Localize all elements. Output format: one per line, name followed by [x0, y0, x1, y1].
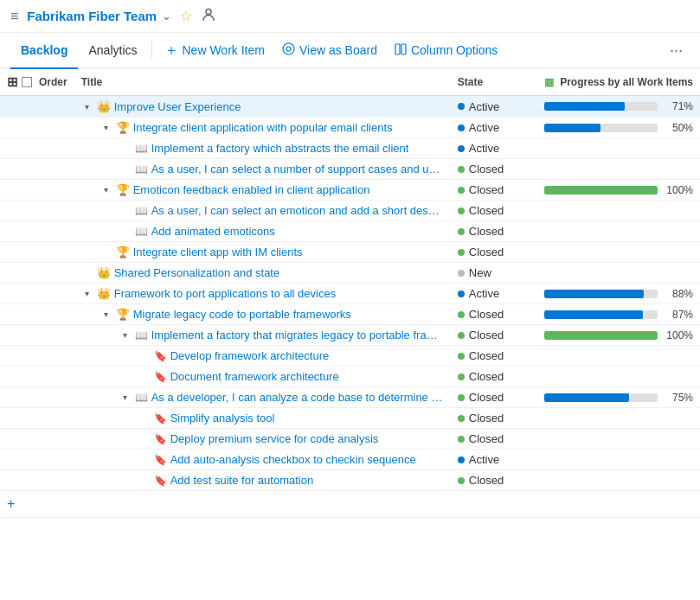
view-as-board-button[interactable]: View as Board [273, 32, 386, 68]
item-title[interactable]: Add test suite for automation [170, 474, 313, 487]
state-label: Closed [469, 163, 504, 176]
item-title[interactable]: Document framework architecture [170, 370, 339, 383]
title-cell: 🔖Deploy premium service for code analysi… [74, 429, 451, 450]
state-label: Closed [469, 370, 504, 383]
top-bar: ≡ Fabrikam Fiber Team ⌄ ☆ [0, 0, 700, 33]
item-title[interactable]: Integrate client application with popula… [133, 121, 393, 134]
chevron-expanded-icon[interactable]: ▾ [119, 330, 132, 340]
item-title[interactable]: Add animated emoticons [151, 225, 275, 238]
nav-backlog[interactable]: Backlog [10, 33, 78, 69]
progress-cell [537, 201, 700, 221]
state-label: Active [469, 453, 499, 466]
state-cell: Closed [451, 325, 537, 346]
state-dot [458, 394, 465, 401]
progress-cell [537, 242, 700, 263]
table-header-row: ⊞ Order Title State ▦ Progress by all Wo… [0, 69, 700, 96]
state-label: Closed [469, 474, 504, 487]
progress-bar-wrap: 100% [544, 329, 693, 341]
state-cell: New [451, 263, 537, 284]
item-title[interactable]: Develop framework architecture [170, 349, 330, 362]
add-icon: + [7, 496, 15, 511]
item-title[interactable]: Implement a factory that migrates legacy… [151, 329, 444, 341]
state-dot [458, 436, 465, 443]
state-cell: Closed [451, 159, 537, 180]
table-row: 🔖Develop framework architectureClosed [0, 346, 700, 367]
item-title[interactable]: Improve User Experience [114, 100, 241, 113]
state-dot [458, 353, 465, 360]
story-icon: 📖 [135, 226, 148, 238]
state-dot [458, 145, 465, 152]
hamburger-icon[interactable]: ≡ [10, 9, 18, 24]
item-title[interactable]: As a developer, I can analyze a code bas… [151, 391, 444, 404]
item-title[interactable]: Integrate client app with IM clients [133, 246, 303, 259]
chevron-expanded-icon[interactable]: ▾ [100, 310, 112, 319]
chevron-down-icon[interactable]: ⌄ [162, 10, 171, 22]
item-title[interactable]: Simplify analysis tool [170, 412, 275, 424]
progress-bar-fill [544, 290, 644, 298]
new-work-item-button[interactable]: ＋ New Work Item [156, 32, 273, 68]
table-row: 👑Shared Personalization and stateNew [0, 263, 700, 284]
item-title[interactable]: Framework to port applications to all de… [114, 287, 337, 300]
progress-label: 87% [663, 309, 693, 321]
chevron-expanded-icon[interactable]: ▾ [100, 185, 112, 195]
table-row: ▾👑Framework to port applications to all … [0, 284, 700, 304]
item-title[interactable]: Deploy premium service for code analysis [170, 432, 379, 445]
chevron-expanded-icon[interactable]: ▾ [100, 123, 112, 132]
progress-label: 75% [663, 392, 693, 404]
state-cell: Closed [451, 429, 537, 450]
more-options-button[interactable]: ··· [663, 41, 690, 60]
item-title[interactable]: Implement a factory which abstracts the … [151, 142, 409, 155]
item-title[interactable]: Shared Personalization and state [114, 266, 280, 279]
progress-bar-wrap: 87% [544, 309, 693, 321]
state-cell: Closed [451, 387, 537, 408]
order-cell [0, 221, 74, 242]
progress-bar-wrap: 50% [544, 122, 693, 134]
state-dot [458, 228, 465, 235]
team-name[interactable]: Fabrikam Fiber Team [27, 9, 157, 23]
task-icon: 🔖 [154, 433, 167, 445]
top-bar-icons: ⌄ ☆ [162, 7, 216, 25]
order-cell [0, 367, 74, 387]
person-icon[interactable] [201, 7, 216, 25]
item-title[interactable]: Emoticon feedback enabled in client appl… [133, 183, 370, 196]
progress-cell [537, 450, 700, 470]
table-row: 📖Implement a factory which abstracts the… [0, 138, 700, 159]
star-icon[interactable]: ☆ [180, 8, 192, 24]
progress-label: 100% [663, 329, 693, 341]
item-title[interactable]: As a user, I can select a number of supp… [151, 163, 444, 176]
add-item-row[interactable]: + [0, 491, 700, 518]
state-label: Closed [469, 349, 504, 362]
table-row: 🔖Deploy premium service for code analysi… [0, 429, 700, 450]
progress-bar-container [544, 102, 658, 111]
title-cell: 📖Add animated emoticons [74, 221, 451, 242]
progress-bar-container [544, 393, 658, 402]
table-row: ▾📖As a developer, I can analyze a code b… [0, 387, 700, 408]
state-cell: Closed [451, 470, 537, 491]
epic-icon: 👑 [97, 266, 111, 279]
progress-bar-fill [544, 331, 658, 340]
epic-icon: 👑 [97, 100, 111, 113]
item-title[interactable]: As a user, I can select an emoticon and … [151, 204, 444, 217]
nav-analytics[interactable]: Analytics [78, 32, 147, 68]
chevron-expanded-icon[interactable]: ▾ [119, 393, 132, 402]
table-row: 📖As a user, I can select an emoticon and… [0, 201, 700, 221]
state-label: Closed [469, 391, 504, 404]
state-label: Closed [469, 432, 504, 445]
task-icon: 🔖 [154, 350, 167, 362]
progress-cell [537, 263, 700, 284]
progress-cell [537, 346, 700, 367]
progress-bar-container [544, 124, 658, 132]
title-cell: 📖Implement a factory which abstracts the… [74, 138, 451, 159]
add-col-icon[interactable]: ⊞ [7, 74, 18, 90]
item-title[interactable]: Add auto-analysis checkbox to checkin se… [170, 453, 416, 466]
feature-icon: 🏆 [116, 308, 130, 321]
order-cell [0, 242, 74, 263]
column-options-button[interactable]: Column Options [386, 32, 506, 68]
state-dot [458, 477, 465, 484]
progress-label: 50% [663, 122, 693, 134]
chevron-expanded-icon[interactable]: ▾ [81, 289, 93, 298]
item-title[interactable]: Migrate legacy code to portable framewor… [133, 308, 351, 321]
progress-bar-container [544, 186, 658, 195]
chevron-expanded-icon[interactable]: ▾ [81, 102, 93, 112]
epic-icon: 👑 [97, 287, 111, 300]
